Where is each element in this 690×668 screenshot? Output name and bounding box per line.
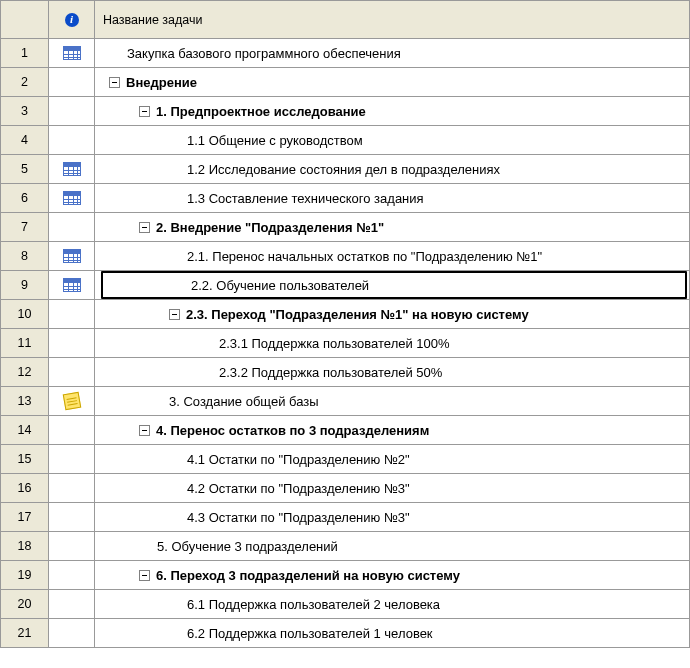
task-name-cell[interactable]: 3. Создание общей базы [95,387,690,416]
task-name-cell[interactable]: 2.3.1 Поддержка пользователей 100% [95,329,690,358]
task-name-cell[interactable]: 1.2 Исследование состояния дел в подразд… [95,155,690,184]
task-label: 2.2. Обучение пользователей [191,278,369,293]
task-name-cell[interactable]: 2.2. Обучение пользователей [95,271,690,300]
task-label: 1.3 Составление технического задания [187,191,424,206]
table-row[interactable]: 206.1 Поддержка пользователей 2 человека [1,590,690,619]
row-indicator [49,184,95,213]
task-name-cell[interactable]: 6.2 Поддержка пользователей 1 человек [95,619,690,648]
task-name-cell[interactable]: 4.2 Остатки по "Подразделению №3" [95,474,690,503]
row-number[interactable]: 1 [1,39,49,68]
collapse-icon[interactable] [139,425,150,436]
table-row[interactable]: 133. Создание общей базы [1,387,690,416]
row-number[interactable]: 21 [1,619,49,648]
task-name-cell[interactable]: 6.1 Поддержка пользователей 2 человека [95,590,690,619]
row-indicator [49,474,95,503]
collapse-icon[interactable] [139,222,150,233]
table-row[interactable]: 82.1. Перенос начальных остатков по "Под… [1,242,690,271]
table-row[interactable]: 41.1 Общение с руководством [1,126,690,155]
row-number[interactable]: 9 [1,271,49,300]
row-number[interactable]: 4 [1,126,49,155]
row-number[interactable]: 2 [1,68,49,97]
table-row[interactable]: 51.2 Исследование состояния дел в подраз… [1,155,690,184]
table-icon [63,162,81,176]
table-row[interactable]: 2Внедрение [1,68,690,97]
row-number[interactable]: 12 [1,358,49,387]
row-number[interactable]: 13 [1,387,49,416]
task-name-cell[interactable]: 1. Предпроектное исследование [95,97,690,126]
table-row[interactable]: 1Закупка базового программного обеспечен… [1,39,690,68]
table-row[interactable]: 61.3 Составление технического задания [1,184,690,213]
table-row[interactable]: 144. Перенос остатков по 3 подразделения… [1,416,690,445]
task-label: 4.3 Остатки по "Подразделению №3" [187,510,410,525]
header-rownum[interactable] [1,1,49,39]
task-name-cell[interactable]: 2. Внедрение "Подразделения №1" [95,213,690,242]
task-label: 5. Обучение 3 подразделений [157,539,338,554]
row-number[interactable]: 16 [1,474,49,503]
task-name-cell[interactable]: 2.3. Переход "Подразделения №1" на новую… [95,300,690,329]
table-row[interactable]: 72. Внедрение "Подразделения №1" [1,213,690,242]
task-name-cell[interactable]: 4. Перенос остатков по 3 подразделениям [95,416,690,445]
task-name-cell[interactable]: 1.1 Общение с руководством [95,126,690,155]
row-number[interactable]: 10 [1,300,49,329]
row-indicator [49,300,95,329]
table-row[interactable]: 216.2 Поддержка пользователей 1 человек [1,619,690,648]
row-indicator [49,590,95,619]
table-row[interactable]: 92.2. Обучение пользователей [1,271,690,300]
task-name-cell[interactable]: 2.1. Перенос начальных остатков по "Подр… [95,242,690,271]
row-number[interactable]: 6 [1,184,49,213]
task-label: 4.2 Остатки по "Подразделению №3" [187,481,410,496]
task-name-cell[interactable]: 4.1 Остатки по "Подразделению №2" [95,445,690,474]
row-number-label: 19 [18,568,32,582]
table-row[interactable]: 102.3. Переход "Подразделения №1" на нов… [1,300,690,329]
row-number-label: 1 [21,46,28,60]
table-row[interactable]: 164.2 Остатки по "Подразделению №3" [1,474,690,503]
task-name-cell[interactable]: Внедрение [95,68,690,97]
table-row[interactable]: 185. Обучение 3 подразделений [1,532,690,561]
row-number[interactable]: 15 [1,445,49,474]
row-number-label: 10 [18,307,32,321]
row-number-label: 7 [21,220,28,234]
collapse-icon[interactable] [139,106,150,117]
task-name-cell[interactable]: 6. Переход 3 подразделений на новую сист… [95,561,690,590]
row-number-label: 15 [18,452,32,466]
task-name-cell[interactable]: Закупка базового программного обеспечени… [95,39,690,68]
table-icon [63,46,81,60]
row-number-label: 8 [21,249,28,263]
row-number[interactable]: 8 [1,242,49,271]
collapse-icon[interactable] [169,309,180,320]
row-number[interactable]: 14 [1,416,49,445]
row-number-label: 13 [18,394,32,408]
table-row[interactable]: 196. Переход 3 подразделений на новую си… [1,561,690,590]
collapse-icon[interactable] [109,77,120,88]
task-name-cell[interactable]: 2.3.2 Поддержка пользователей 50% [95,358,690,387]
row-indicator [49,532,95,561]
row-indicator [49,271,95,300]
task-name-cell[interactable]: 5. Обучение 3 подразделений [95,532,690,561]
table-row[interactable]: 112.3.1 Поддержка пользователей 100% [1,329,690,358]
row-indicator [49,619,95,648]
table-row[interactable]: 174.3 Остатки по "Подразделению №3" [1,503,690,532]
header-task-name[interactable]: Название задачи [95,1,690,39]
task-label: 2.3.2 Поддержка пользователей 50% [219,365,442,380]
row-number-label: 11 [18,336,32,350]
task-label: 3. Создание общей базы [169,394,319,409]
task-name-cell[interactable]: 1.3 Составление технического задания [95,184,690,213]
row-number[interactable]: 20 [1,590,49,619]
table-row[interactable]: 31. Предпроектное исследование [1,97,690,126]
row-number[interactable]: 11 [1,329,49,358]
row-number-label: 20 [18,597,32,611]
row-number[interactable]: 3 [1,97,49,126]
collapse-icon[interactable] [139,570,150,581]
task-label: 2.1. Перенос начальных остатков по "Подр… [187,249,542,264]
table-row[interactable]: 122.3.2 Поддержка пользователей 50% [1,358,690,387]
row-number[interactable]: 17 [1,503,49,532]
header-indicator[interactable]: i [49,1,95,39]
row-number[interactable]: 19 [1,561,49,590]
table-row[interactable]: 154.1 Остатки по "Подразделению №2" [1,445,690,474]
row-number[interactable]: 5 [1,155,49,184]
row-number[interactable]: 18 [1,532,49,561]
row-indicator [49,97,95,126]
row-number-label: 9 [21,278,28,292]
row-number[interactable]: 7 [1,213,49,242]
task-name-cell[interactable]: 4.3 Остатки по "Подразделению №3" [95,503,690,532]
